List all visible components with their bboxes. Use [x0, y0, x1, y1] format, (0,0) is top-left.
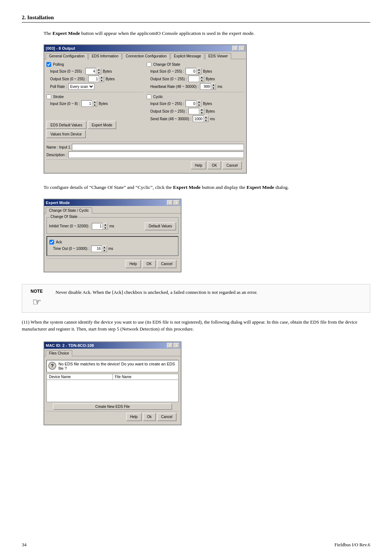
cyc-input-up[interactable]: ▲ [196, 100, 201, 104]
mac-help-button[interactable]: Help [126, 413, 142, 421]
timeout-unit: ms [109, 247, 113, 251]
mac-col-device-name: Device Name [47, 374, 113, 380]
expert-cancel-button[interactable]: Cancel [157, 260, 176, 268]
cyc-output-down[interactable]: ▼ [199, 111, 204, 114]
send-rate-input[interactable] [193, 116, 204, 122]
poll-input-size-input[interactable] [85, 68, 96, 74]
send-rate-spin: ▲ ▼ [193, 116, 209, 122]
mac-dialog-body: ? No EDS file matches to the device! Do … [44, 356, 181, 425]
page: 2. Installation The Expert Mode button w… [0, 0, 392, 555]
main-ok-button[interactable]: OK [208, 161, 221, 169]
desc-input[interactable] [68, 151, 244, 158]
cos-output-unit: Bytes [206, 77, 215, 81]
send-rate-up[interactable]: ▲ [204, 116, 209, 119]
inhibit-up[interactable]: ▲ [103, 223, 108, 226]
heartbeat-input[interactable] [200, 83, 211, 90]
mac-help-title-btn[interactable]: ? [167, 343, 173, 348]
poll-output-size-down[interactable]: ▼ [99, 79, 104, 82]
expert-close-title-btn[interactable]: × [173, 200, 179, 205]
main-dialog-close-btn[interactable]: × [239, 46, 245, 51]
tab-general-configuration[interactable]: General Configuration [46, 53, 88, 59]
poll-output-size-unit: Bytes [106, 77, 115, 81]
change-of-state-group-title: Change Of State [50, 215, 78, 219]
ack-checkbox[interactable] [49, 240, 54, 244]
strobe-input-spin: ▲ ▼ [81, 100, 97, 107]
cyc-output-up[interactable]: ▲ [199, 108, 204, 111]
mac-col-file-name: File Name [113, 374, 179, 380]
tab-eds-information[interactable]: EDS Information [89, 53, 122, 59]
strobe-input-size-row: Input Size (0 ~ 8) : ▲ ▼ Bytes [50, 100, 144, 107]
strobe-input-size-input[interactable] [81, 100, 92, 107]
cyc-input-size-input[interactable] [185, 100, 196, 107]
main-dialog-help-btn[interactable]: ? [232, 46, 238, 51]
values-from-device-button[interactable]: Values from Device [46, 130, 86, 138]
cos-input-size-row: Input Size (0 ~ 255) : ▲ ▼ Bytes [150, 68, 244, 74]
strobe-checkbox[interactable] [46, 94, 51, 99]
default-values-button[interactable]: Default Values [145, 222, 176, 230]
cos-input-up[interactable]: ▲ [196, 68, 201, 71]
cyclic-row: Cyclic [147, 94, 244, 99]
timeout-spin: ▲ ▼ [91, 246, 107, 252]
cyc-input-down[interactable]: ▼ [196, 104, 201, 107]
poll-input-size-spin: ▲ ▼ [85, 68, 101, 74]
mac-dialog-title: MAC ID: 2 - TDN-8CO-108 [46, 343, 94, 348]
eds-default-button[interactable]: EDS Default Values [46, 121, 86, 129]
main-dialog-tabs: General Configuration EDS Information Co… [44, 52, 246, 59]
heartbeat-down[interactable]: ▼ [211, 86, 216, 90]
expert-help-button[interactable]: Help [126, 260, 141, 268]
main-dialog-footer: Help OK Cancel [46, 159, 244, 171]
cos-output-up[interactable]: ▲ [199, 76, 204, 79]
mac-close-title-btn[interactable]: × [173, 343, 179, 348]
timeout-up[interactable]: ▲ [102, 246, 107, 249]
mac-message-text: No EDS file matches to the device! Do yo… [58, 362, 177, 370]
create-new-eds-file-button[interactable]: Create New EDS File [53, 404, 172, 410]
send-rate-unit: ms [210, 117, 215, 121]
cyc-output-spin: ▲ ▼ [188, 108, 204, 114]
tab-explicit-message[interactable]: Explicit Message [171, 53, 204, 59]
change-of-state-label: Change Of State [153, 62, 180, 66]
inhibit-down[interactable]: ▼ [103, 226, 108, 230]
tab-change-of-state-cyclic[interactable]: Change Of State / Cyclic [46, 207, 92, 214]
cos-output-down[interactable]: ▼ [199, 79, 204, 82]
cyc-output-size-input[interactable] [188, 108, 199, 114]
intro-paragraph: The Expert Mode button will appear when … [44, 30, 370, 37]
tab-files-choice[interactable]: Files Choice [46, 350, 72, 356]
cos-output-size-input[interactable] [188, 76, 199, 82]
footer-page-number: 34 [22, 542, 26, 548]
mac-ok-button[interactable]: Ok [143, 413, 156, 421]
expert-ok-button[interactable]: OK [142, 260, 155, 268]
tab-connection-configuration[interactable]: Connection Configuration [122, 53, 170, 59]
note-box: NOTE ☞ Never disable Ack. When the [Ack]… [22, 284, 370, 313]
polling-checkbox[interactable] [46, 62, 51, 67]
poll-output-size-input[interactable] [88, 76, 99, 82]
mac-dialog-footer: Help Ok Cancel [46, 411, 179, 422]
cyclic-checkbox[interactable] [147, 94, 151, 99]
poll-rate-select[interactable]: Every scan [68, 83, 94, 90]
heartbeat-label: Heartbeat Rate (48 ~ 30000) : [150, 85, 199, 89]
main-help-button[interactable]: Help [191, 161, 207, 169]
change-of-state-checkbox[interactable] [147, 62, 151, 67]
name-input[interactable] [72, 144, 244, 150]
send-rate-down[interactable]: ▼ [204, 119, 209, 122]
poll-output-size-up[interactable]: ▲ [99, 76, 104, 79]
mac-cancel-button[interactable]: Cancel [157, 413, 176, 421]
tab-eds-viewer[interactable]: EDS Viewer [205, 53, 231, 59]
timeout-input[interactable] [91, 246, 102, 252]
poll-input-size-up[interactable]: ▲ [96, 68, 101, 71]
strobe-input-up[interactable]: ▲ [92, 100, 97, 104]
poll-input-size-spinbtns: ▲ ▼ [96, 68, 101, 74]
timeout-down[interactable]: ▼ [102, 249, 107, 252]
expert-mode-button[interactable]: Expert Mode [88, 121, 117, 129]
expert-help-title-btn[interactable]: ? [167, 200, 173, 205]
inhibit-timer-input[interactable] [92, 223, 103, 230]
expert-dialog-container: Expert Mode ? × Change Of State / Cyclic… [44, 196, 370, 278]
cos-input-down[interactable]: ▼ [196, 71, 201, 74]
note-label: NOTE [30, 289, 42, 294]
heartbeat-up[interactable]: ▲ [211, 83, 216, 86]
mac-message-box: ? No EDS file matches to the device! Do … [46, 360, 179, 372]
strobe-input-size-label: Input Size (0 ~ 8) : [50, 102, 80, 106]
strobe-input-down[interactable]: ▼ [92, 104, 97, 107]
poll-input-size-down[interactable]: ▼ [96, 71, 101, 74]
cos-input-size-input[interactable] [185, 68, 196, 74]
main-cancel-button[interactable]: Cancel [222, 161, 242, 169]
